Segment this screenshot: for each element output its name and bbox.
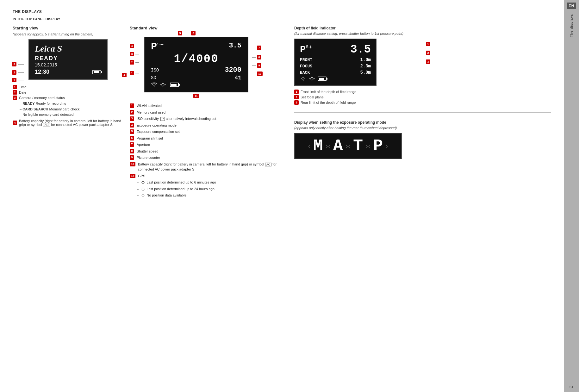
item-text-7: Aperture: [137, 142, 150, 147]
matp-sep-0: ‹: [308, 142, 311, 151]
matp-a: A: [331, 137, 345, 155]
list-item-1: 1 WLAN activated: [130, 103, 282, 109]
dof-ann-focal: 2 Set focal plane: [294, 95, 551, 99]
battery-fill: [94, 71, 99, 73]
list-item-11a: – Last position determined up to 6 minut…: [137, 180, 282, 185]
right-column: Depth of field indicator (for manual dis…: [288, 26, 551, 199]
sidebar-lang: EN: [567, 3, 576, 9]
item-text-4: Exposure operating mode: [137, 123, 177, 128]
list-item-5: 5 Exposure compensation set: [130, 129, 282, 134]
dof-front-row: FRONT 1.0m: [300, 57, 371, 62]
marker-std-1: 1: [130, 71, 134, 75]
dof-marker-1: 1: [426, 42, 430, 46]
dof-ann-num-3: 3: [294, 100, 299, 105]
subsection-title: IN THE TOP PANEL DISPLAY: [13, 17, 551, 21]
dof-wifi-icon: [300, 76, 306, 81]
sidebar-label: The displays: [570, 14, 573, 37]
std-battery-fill: [171, 84, 177, 86]
list-item-4: 4 Exposure operating mode: [130, 123, 282, 128]
columns-container: Starting view (appears for approx. 5 s a…: [13, 26, 551, 199]
dof-ann-1: 1: [418, 42, 430, 46]
badge-11: 11: [130, 174, 135, 178]
dof-ann-num-2: 2: [294, 95, 299, 99]
gps-none-icon: [140, 194, 146, 197]
middle-column: Standard view 5 6 3 2: [130, 26, 288, 199]
marker-4: 4: [122, 73, 127, 77]
marker-std-8: 8: [257, 55, 261, 59]
list-item-8: 8 Shutter speed: [130, 149, 282, 154]
list-item-7: 7 Aperture: [130, 142, 282, 147]
marker-std-7: 7: [257, 46, 261, 50]
std-sd-label: SD: [151, 75, 156, 80]
gps-24hr-icon: [140, 187, 146, 191]
list-item-10: 10 Battery capacity (right for battery i…: [130, 162, 282, 172]
list-item-6: 6 Program shift set: [130, 136, 282, 141]
left-std-markers: 3 2 1: [130, 46, 139, 75]
dof-ann-front: 1 Front limit of the depth of field rang…: [294, 90, 551, 94]
dof-ann-text-1: Front limit of the depth of field range: [301, 90, 356, 94]
ann-text-1: Time: [19, 85, 27, 89]
dof-annotation-list: 1 Front limit of the depth of field rang…: [294, 90, 551, 105]
matp-sep-3: ›‹: [365, 142, 370, 151]
item-text-11a: – Last position determined up to 6 minut…: [137, 180, 216, 185]
item-text-10: Battery capacity (right for battery in c…: [138, 162, 282, 172]
starting-view-sub: (appears for approx. 5 s after turning o…: [13, 32, 123, 36]
dof-battery-icon: [318, 77, 327, 81]
svg-line-13: [142, 195, 144, 196]
sidebar-top: EN The displays: [567, 0, 576, 37]
ann-num-3: 3: [13, 96, 17, 100]
item-text-11: GPS: [138, 173, 145, 179]
list-item-9: 9 Picture counter: [130, 155, 282, 160]
svg-point-5: [142, 181, 144, 184]
dof-right-annotations: 1 2 3: [418, 42, 430, 64]
dof-sub: (for manual distance setting, press shut…: [294, 32, 551, 35]
std-ev: 3.5: [229, 42, 241, 50]
dof-marker-2: 2: [426, 51, 430, 55]
standard-view-title: Standard view: [130, 26, 282, 30]
dof-back-row: BACK 5.0m: [300, 70, 371, 75]
ann-num-4: 4: [13, 121, 17, 125]
svg-point-0: [162, 84, 164, 86]
dof-row-top: P s + 3.5: [300, 43, 371, 56]
item-text-1: WLAN activated: [137, 103, 162, 109]
badge-7: 7: [130, 142, 134, 147]
std-sd-val: 41: [234, 75, 241, 81]
list-item-3: 3 ISO sensitivity, ↩ alternatively inter…: [130, 116, 282, 121]
item-text-9: Picture counter: [137, 155, 160, 160]
std-row-mode: P s + 3.5: [151, 42, 241, 52]
gps-6min-icon: [140, 181, 146, 184]
starting-view-title: Starting view: [13, 26, 123, 30]
marker-1: 1: [12, 78, 16, 82]
std-iso-label: ISO: [151, 68, 159, 73]
item-text-8: Shutter speed: [137, 149, 159, 154]
dof-back-label: BACK: [300, 70, 316, 75]
badge-6: 6: [130, 136, 134, 140]
dof-ann-num-1: 1: [294, 90, 299, 94]
dof-title: Depth of field indicator: [294, 26, 551, 30]
dof-focus-val: 2.3m: [358, 64, 371, 69]
time-row: 12:30: [35, 69, 101, 75]
dof-val: 3.5: [350, 43, 371, 56]
battery-icon-display: [92, 70, 101, 74]
item-text-6: Program shift set: [137, 136, 163, 141]
left-column: Starting view (appears for approx. 5 s a…: [13, 26, 130, 199]
badge-5: 5: [130, 129, 134, 134]
marker-std-3: 3: [130, 52, 134, 56]
brand-name: Leica S: [35, 44, 101, 54]
badge-10: 10: [130, 162, 135, 166]
time-text: 12:30: [35, 69, 49, 75]
list-item-2: 2 Memory card used: [130, 110, 282, 115]
ann-num-2: 2: [13, 90, 17, 95]
dof-ann-rear: 3 Rear limit of the depth of field range: [294, 100, 551, 105]
list-item-11b: – Last position determined up to 24 hour…: [137, 186, 282, 192]
std-mode-sup: s: [157, 42, 159, 46]
badge-2: 2: [130, 110, 134, 115]
ann-2: 2 Date: [13, 90, 123, 95]
dof-display: P s + 3.5 FRONT 1.0m FOCUS 2.3: [294, 39, 377, 86]
marker-6: 6: [191, 31, 196, 35]
sidebar: EN The displays 61: [564, 0, 579, 392]
badge-9: 9: [130, 155, 134, 160]
ann-text-3: Camera / memory card status: [19, 96, 65, 100]
dof-focus-row: FOCUS 2.3m: [300, 64, 371, 69]
badge-4: 4: [130, 123, 134, 128]
